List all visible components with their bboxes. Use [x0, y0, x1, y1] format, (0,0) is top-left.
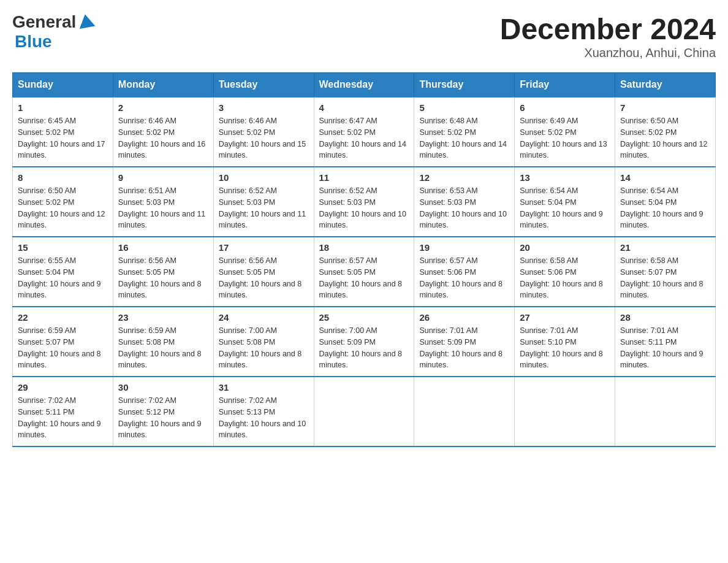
table-row: 17 Sunrise: 6:56 AM Sunset: 5:05 PM Dayl… [213, 237, 314, 307]
day-info: Sunrise: 6:54 AM Sunset: 5:04 PM Dayligh… [620, 185, 710, 231]
day-info: Sunrise: 7:02 AM Sunset: 5:12 PM Dayligh… [118, 395, 208, 441]
table-row [314, 377, 414, 446]
table-row: 27 Sunrise: 7:01 AM Sunset: 5:10 PM Dayl… [515, 307, 615, 377]
day-number: 29 [18, 382, 108, 393]
svg-marker-0 [77, 13, 95, 29]
day-info: Sunrise: 7:02 AM Sunset: 5:11 PM Dayligh… [18, 395, 108, 441]
day-number: 6 [520, 102, 610, 113]
table-row [515, 377, 615, 446]
day-info: Sunrise: 6:57 AM Sunset: 5:06 PM Dayligh… [419, 255, 509, 301]
day-info: Sunrise: 6:46 AM Sunset: 5:02 PM Dayligh… [219, 115, 309, 161]
day-number: 30 [118, 382, 208, 393]
table-row: 29 Sunrise: 7:02 AM Sunset: 5:11 PM Dayl… [13, 377, 113, 446]
day-number: 10 [219, 172, 309, 183]
day-number: 18 [319, 242, 409, 253]
table-row: 22 Sunrise: 6:59 AM Sunset: 5:07 PM Dayl… [13, 307, 113, 377]
day-info: Sunrise: 6:52 AM Sunset: 5:03 PM Dayligh… [219, 185, 309, 231]
day-number: 23 [118, 312, 208, 323]
day-number: 16 [118, 242, 208, 253]
col-friday: Friday [515, 73, 615, 98]
day-number: 19 [419, 242, 509, 253]
day-number: 14 [620, 172, 710, 183]
day-info: Sunrise: 6:45 AM Sunset: 5:02 PM Dayligh… [18, 115, 108, 161]
page-header: General Blue December 2024 Xuanzhou, Anh… [12, 12, 716, 60]
table-row: 9 Sunrise: 6:51 AM Sunset: 5:03 PM Dayli… [113, 167, 213, 237]
table-row: 4 Sunrise: 6:47 AM Sunset: 5:02 PM Dayli… [314, 97, 414, 167]
logo-general-text: General [12, 12, 76, 32]
table-row: 15 Sunrise: 6:55 AM Sunset: 5:04 PM Dayl… [13, 237, 113, 307]
day-number: 9 [118, 172, 208, 183]
day-number: 2 [118, 102, 208, 113]
day-number: 20 [520, 242, 610, 253]
day-info: Sunrise: 6:56 AM Sunset: 5:05 PM Dayligh… [219, 255, 309, 301]
calendar-header-row: Sunday Monday Tuesday Wednesday Thursday… [13, 73, 716, 98]
table-row: 24 Sunrise: 7:00 AM Sunset: 5:08 PM Dayl… [213, 307, 314, 377]
table-row: 2 Sunrise: 6:46 AM Sunset: 5:02 PM Dayli… [113, 97, 213, 167]
table-row: 28 Sunrise: 7:01 AM Sunset: 5:11 PM Dayl… [615, 307, 716, 377]
day-number: 7 [620, 102, 710, 113]
day-info: Sunrise: 7:00 AM Sunset: 5:09 PM Dayligh… [319, 325, 409, 371]
day-info: Sunrise: 7:00 AM Sunset: 5:08 PM Dayligh… [219, 325, 309, 371]
day-number: 25 [319, 312, 409, 323]
location-subtitle: Xuanzhou, Anhui, China [500, 46, 716, 60]
calendar-week-1: 1 Sunrise: 6:45 AM Sunset: 5:02 PM Dayli… [13, 97, 716, 167]
day-number: 15 [18, 242, 108, 253]
day-info: Sunrise: 6:58 AM Sunset: 5:07 PM Dayligh… [620, 255, 710, 301]
day-info: Sunrise: 6:48 AM Sunset: 5:02 PM Dayligh… [419, 115, 509, 161]
day-info: Sunrise: 6:51 AM Sunset: 5:03 PM Dayligh… [118, 185, 208, 231]
day-info: Sunrise: 6:59 AM Sunset: 5:08 PM Dayligh… [118, 325, 208, 371]
day-info: Sunrise: 7:01 AM Sunset: 5:10 PM Dayligh… [520, 325, 610, 371]
table-row: 7 Sunrise: 6:50 AM Sunset: 5:02 PM Dayli… [615, 97, 716, 167]
table-row: 8 Sunrise: 6:50 AM Sunset: 5:02 PM Dayli… [13, 167, 113, 237]
day-info: Sunrise: 7:01 AM Sunset: 5:11 PM Dayligh… [620, 325, 710, 371]
calendar-week-2: 8 Sunrise: 6:50 AM Sunset: 5:02 PM Dayli… [13, 167, 716, 237]
table-row: 10 Sunrise: 6:52 AM Sunset: 5:03 PM Dayl… [213, 167, 314, 237]
col-tuesday: Tuesday [213, 73, 314, 98]
day-info: Sunrise: 6:56 AM Sunset: 5:05 PM Dayligh… [118, 255, 208, 301]
day-number: 17 [219, 242, 309, 253]
day-info: Sunrise: 6:59 AM Sunset: 5:07 PM Dayligh… [18, 325, 108, 371]
day-number: 5 [419, 102, 509, 113]
table-row: 6 Sunrise: 6:49 AM Sunset: 5:02 PM Dayli… [515, 97, 615, 167]
table-row: 3 Sunrise: 6:46 AM Sunset: 5:02 PM Dayli… [213, 97, 314, 167]
day-number: 21 [620, 242, 710, 253]
col-monday: Monday [113, 73, 213, 98]
table-row: 18 Sunrise: 6:57 AM Sunset: 5:05 PM Dayl… [314, 237, 414, 307]
col-thursday: Thursday [414, 73, 515, 98]
day-number: 27 [520, 312, 610, 323]
day-number: 11 [319, 172, 409, 183]
day-info: Sunrise: 6:46 AM Sunset: 5:02 PM Dayligh… [118, 115, 208, 161]
calendar-week-4: 22 Sunrise: 6:59 AM Sunset: 5:07 PM Dayl… [13, 307, 716, 377]
day-info: Sunrise: 6:55 AM Sunset: 5:04 PM Dayligh… [18, 255, 108, 301]
day-info: Sunrise: 6:58 AM Sunset: 5:06 PM Dayligh… [520, 255, 610, 301]
day-number: 4 [319, 102, 409, 113]
table-row: 31 Sunrise: 7:02 AM Sunset: 5:13 PM Dayl… [213, 377, 314, 446]
table-row: 5 Sunrise: 6:48 AM Sunset: 5:02 PM Dayli… [414, 97, 515, 167]
table-row: 16 Sunrise: 6:56 AM Sunset: 5:05 PM Dayl… [113, 237, 213, 307]
table-row: 21 Sunrise: 6:58 AM Sunset: 5:07 PM Dayl… [615, 237, 716, 307]
calendar-table: Sunday Monday Tuesday Wednesday Thursday… [12, 72, 716, 447]
day-number: 13 [520, 172, 610, 183]
day-number: 24 [219, 312, 309, 323]
day-number: 31 [219, 382, 309, 393]
day-number: 1 [18, 102, 108, 113]
day-number: 22 [18, 312, 108, 323]
day-number: 26 [419, 312, 509, 323]
table-row: 19 Sunrise: 6:57 AM Sunset: 5:06 PM Dayl… [414, 237, 515, 307]
day-info: Sunrise: 6:47 AM Sunset: 5:02 PM Dayligh… [319, 115, 409, 161]
table-row [615, 377, 716, 446]
table-row: 12 Sunrise: 6:53 AM Sunset: 5:03 PM Dayl… [414, 167, 515, 237]
col-wednesday: Wednesday [314, 73, 414, 98]
day-info: Sunrise: 7:01 AM Sunset: 5:09 PM Dayligh… [419, 325, 509, 371]
calendar-week-5: 29 Sunrise: 7:02 AM Sunset: 5:11 PM Dayl… [13, 377, 716, 446]
table-row: 13 Sunrise: 6:54 AM Sunset: 5:04 PM Dayl… [515, 167, 615, 237]
table-row: 30 Sunrise: 7:02 AM Sunset: 5:12 PM Dayl… [113, 377, 213, 446]
calendar-week-3: 15 Sunrise: 6:55 AM Sunset: 5:04 PM Dayl… [13, 237, 716, 307]
table-row: 23 Sunrise: 6:59 AM Sunset: 5:08 PM Dayl… [113, 307, 213, 377]
day-info: Sunrise: 6:54 AM Sunset: 5:04 PM Dayligh… [520, 185, 610, 231]
col-sunday: Sunday [13, 73, 113, 98]
table-row: 11 Sunrise: 6:52 AM Sunset: 5:03 PM Dayl… [314, 167, 414, 237]
title-area: December 2024 Xuanzhou, Anhui, China [500, 12, 716, 60]
day-info: Sunrise: 6:53 AM Sunset: 5:03 PM Dayligh… [419, 185, 509, 231]
table-row: 25 Sunrise: 7:00 AM Sunset: 5:09 PM Dayl… [314, 307, 414, 377]
